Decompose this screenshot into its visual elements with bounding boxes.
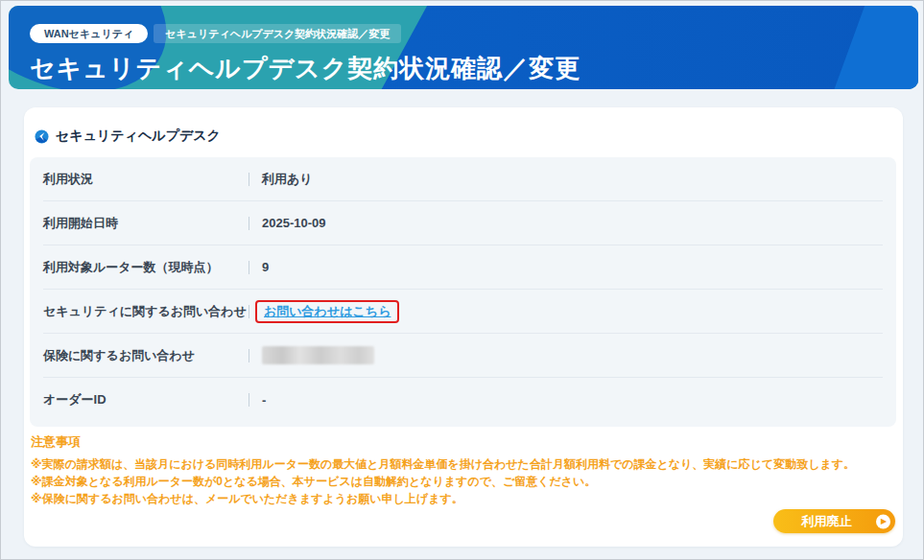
page-title: セキュリティヘルプデスク契約状況確認／変更 [30,52,918,85]
row-value: 2025-10-09 [262,216,326,230]
value-separator [249,393,249,407]
notes-section: 注意事項 ※実際の請求額は、当該月における同時利用ルーター数の最大値と月額料金単… [31,433,855,507]
row-value: 9 [262,260,269,274]
table-row-security-contact: セキュリティに関するお問い合わせ お問い合わせはこちら [43,290,883,334]
page: WANセキュリティ セキュリティヘルプデスク契約状況確認／変更 セキュリティヘル… [0,0,924,560]
abolish-usage-button[interactable]: 利用廃止 ▶ [773,509,895,533]
contract-status-card: セキュリティヘルプデスク 利用状況 利用あり 利用開始日時 2025-10-09… [24,107,903,547]
row-label: 保険に関するお問い合わせ [43,347,249,364]
note-line: ※課金対象となる利用ルーター数が0となる場合、本サービスは自動解約となりますので… [31,473,855,490]
table-row-usage-status: 利用状況 利用あり [43,157,883,201]
value-separator [249,261,249,274]
service-logo-icon [35,129,49,144]
contract-info-panel: 利用状況 利用あり 利用開始日時 2025-10-09 利用対象ルーター数（現時… [30,157,896,427]
table-row-start-date: 利用開始日時 2025-10-09 [43,201,883,245]
note-line: ※実際の請求額は、当該月における同時利用ルーター数の最大値と月額料金単価を掛け合… [31,455,855,473]
table-row-router-count: 利用対象ルーター数（現時点） 9 [43,245,883,290]
value-separator [249,217,249,230]
section-header: セキュリティヘルプデスク [35,128,221,145]
play-arrow-icon: ▶ [876,514,890,528]
value-separator [249,173,249,186]
row-value: 利用あり [262,171,313,188]
red-highlight-box: お問い合わせはこちら [255,300,399,323]
value-separator [249,305,249,318]
section-title: セキュリティヘルプデスク [56,128,221,145]
breadcrumb-service[interactable]: WANセキュリティ [30,24,148,43]
breadcrumb: WANセキュリティ セキュリティヘルプデスク契約状況確認／変更 [30,24,918,43]
table-row-insurance-contact: 保険に関するお問い合わせ [43,334,883,378]
note-line: ※保険に関するお問い合わせは、メールでいただきますようお願い申し上げます。 [31,490,855,507]
row-label: 利用状況 [43,171,249,188]
row-label: 利用開始日時 [43,215,249,232]
row-label: 利用対象ルーター数（現時点） [43,259,249,276]
page-header-banner: WANセキュリティ セキュリティヘルプデスク契約状況確認／変更 セキュリティヘル… [9,6,918,89]
row-label: オーダーID [43,391,249,408]
value-separator [249,349,249,362]
contact-link[interactable]: お問い合わせはこちら [264,303,391,320]
breadcrumb-page[interactable]: セキュリティヘルプデスク契約状況確認／変更 [154,24,401,43]
abolish-button-label: 利用廃止 [802,513,852,530]
row-value: - [262,393,266,408]
redacted-value [262,346,374,364]
table-row-order-id: オーダーID - [43,378,883,422]
notes-title: 注意事項 [31,433,855,451]
row-label: セキュリティに関するお問い合わせ [43,303,249,320]
